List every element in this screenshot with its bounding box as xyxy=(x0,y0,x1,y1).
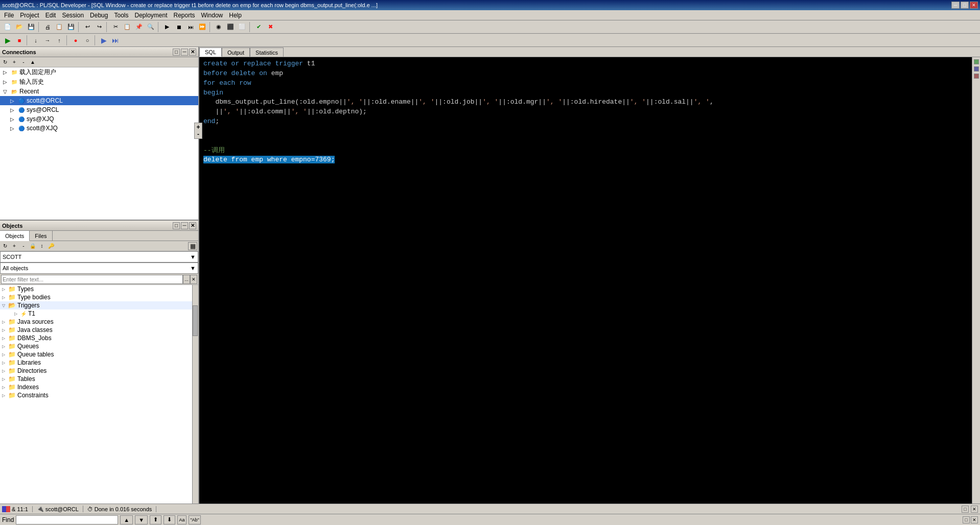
menu-debug[interactable]: Debug xyxy=(87,11,111,20)
tab-files[interactable]: Files xyxy=(30,231,52,241)
find-up-btn[interactable]: ⬆ xyxy=(150,515,161,524)
zoom-plus[interactable]: + xyxy=(195,124,201,130)
redo-button[interactable]: ↪ xyxy=(94,21,105,33)
obj-tables[interactable]: ▷ 📁 Tables xyxy=(0,375,192,383)
conn-float-btn[interactable]: □ xyxy=(173,49,180,56)
undo-button[interactable]: ↩ xyxy=(82,21,93,33)
tb5[interactable]: ▶ xyxy=(161,21,173,33)
tree-sys-xjq[interactable]: ▷ 🔵 sys@XJQ xyxy=(0,114,198,124)
obj-lock[interactable]: 🔒 xyxy=(29,242,37,250)
tab-sql[interactable]: SQL xyxy=(199,47,222,57)
open-button[interactable]: 📂 xyxy=(14,21,25,33)
step-over[interactable]: → xyxy=(42,35,53,46)
commit-button[interactable]: ✔ xyxy=(253,21,264,33)
scrollbar-thumb[interactable] xyxy=(193,305,198,336)
save-button[interactable]: 💾 xyxy=(26,21,37,33)
tree-recent[interactable]: ▽ 📂 Recent xyxy=(0,87,198,96)
tree-import-history[interactable]: ▷ 📁 输入历史 xyxy=(0,77,198,87)
menu-edit[interactable]: Edit xyxy=(42,11,59,20)
status-float-btn[interactable]: □ xyxy=(962,506,969,513)
obj-triggers[interactable]: ▽ 📂 Triggers xyxy=(0,301,192,309)
execute-all[interactable]: ⏭ xyxy=(110,35,121,46)
obj-java-classes[interactable]: ▷ 📁 Java classes xyxy=(0,326,192,334)
obj-grid-btn[interactable]: ▦ xyxy=(188,242,197,250)
run-button[interactable]: ▶ xyxy=(2,35,13,46)
obj-refresh[interactable]: ↻ xyxy=(1,242,9,250)
paste-button[interactable]: 📌 xyxy=(133,21,145,33)
tb8[interactable]: ⏩ xyxy=(197,21,208,33)
breakpoint-btn[interactable]: ● xyxy=(70,35,81,46)
menu-session[interactable]: Session xyxy=(59,11,87,20)
obj-types[interactable]: ▷ 📁 Types xyxy=(0,285,192,293)
tb11[interactable]: ⬜ xyxy=(237,21,248,33)
tree-sys-orcl[interactable]: ▷ 🔵 sys@ORCL xyxy=(0,105,198,114)
find-float-btn[interactable]: □ xyxy=(963,516,970,523)
tb10[interactable]: ⬛ xyxy=(225,21,236,33)
menu-file[interactable]: File xyxy=(1,11,17,20)
obj-constraints[interactable]: ▷ 📁 Constraints xyxy=(0,391,192,399)
conn-up[interactable]: ▲ xyxy=(29,58,37,66)
find-next-btn[interactable]: ▼ xyxy=(135,515,148,524)
filter-options-btn[interactable]: ... xyxy=(183,275,190,284)
filter-clear-btn[interactable]: ✕ xyxy=(190,275,197,284)
objects-scrollbar[interactable] xyxy=(192,285,198,504)
find-options-btn[interactable]: Aa xyxy=(177,515,186,524)
tb7[interactable]: ⏭ xyxy=(185,21,196,33)
obj-libraries[interactable]: ▷ 📁 Libraries xyxy=(0,359,192,367)
obj-t1[interactable]: ▷ ⚡ T1 xyxy=(0,309,192,318)
save2-button[interactable]: 💾 xyxy=(65,21,77,33)
rollback-button[interactable]: ✖ xyxy=(265,21,276,33)
tab-statistics[interactable]: Statistics xyxy=(250,47,284,57)
menu-tools[interactable]: Tools xyxy=(111,11,131,20)
print2-button[interactable]: 📋 xyxy=(54,21,65,33)
find-prev-btn[interactable]: ▲ xyxy=(120,515,133,524)
conn-add[interactable]: + xyxy=(10,58,18,66)
new-button[interactable]: 📄 xyxy=(2,21,13,33)
menu-project[interactable]: Project xyxy=(17,11,42,20)
tb9[interactable]: ◉ xyxy=(213,21,224,33)
obj-queue-tables[interactable]: ▷ 📁 Queue tables xyxy=(0,350,192,359)
obj-indexes[interactable]: ▷ 📁 Indexes xyxy=(0,383,192,391)
minimize-button[interactable]: ─ xyxy=(951,2,960,9)
copy-button[interactable]: 📋 xyxy=(122,21,133,33)
menu-deployment[interactable]: Deployment xyxy=(131,11,170,20)
menu-window[interactable]: Window xyxy=(198,11,226,20)
find-whole-word-btn[interactable]: "Ab" xyxy=(189,515,201,524)
obj-grant[interactable]: 🔑 xyxy=(47,242,55,250)
obj-float-btn[interactable]: □ xyxy=(173,222,180,229)
restore-button[interactable]: □ xyxy=(961,2,969,9)
schema-selector[interactable]: SCOTT ▼ xyxy=(0,251,198,262)
find-input[interactable] xyxy=(16,515,118,524)
print-button[interactable]: 🖨 xyxy=(42,21,53,33)
obj-close-btn[interactable]: ✕ xyxy=(189,222,196,229)
tab-output[interactable]: Output xyxy=(222,47,250,57)
obj-remove[interactable]: - xyxy=(19,242,28,250)
stop-button[interactable]: ■ xyxy=(14,35,25,46)
tree-scott-orcl[interactable]: ▷ 🔵 scott@ORCL xyxy=(0,96,198,105)
zoom-minus[interactable]: - xyxy=(195,131,201,137)
close-button[interactable]: ✕ xyxy=(970,2,978,9)
conn-min-btn[interactable]: ─ xyxy=(181,49,188,56)
sql-editor[interactable]: create or replace trigger t1 before dele… xyxy=(199,57,972,504)
status-close-btn[interactable]: ✕ xyxy=(971,506,978,513)
execute-sql[interactable]: ▶ xyxy=(98,35,109,46)
obj-dbms-jobs[interactable]: ▷ 📁 DBMS_Jobs xyxy=(0,334,192,342)
tree-scott-xjq[interactable]: ▷ 🔵 scott@XJQ xyxy=(0,124,198,133)
step-into[interactable]: ↓ xyxy=(30,35,41,46)
obj-min-btn[interactable]: ─ xyxy=(181,222,188,229)
cut-button[interactable]: ✂ xyxy=(110,21,121,33)
find-down-btn[interactable]: ⬇ xyxy=(164,515,175,524)
clear-break[interactable]: ○ xyxy=(82,35,93,46)
obj-add[interactable]: + xyxy=(10,242,18,250)
tab-objects[interactable]: Objects xyxy=(0,231,30,241)
tb6[interactable]: ⏹ xyxy=(173,21,184,33)
obj-directories[interactable]: ▷ 📁 Directories xyxy=(0,367,192,375)
obj-java-sources[interactable]: ▷ 📁 Java sources xyxy=(0,318,192,326)
find-close-btn[interactable]: ✕ xyxy=(971,516,978,523)
conn-refresh[interactable]: ↻ xyxy=(1,58,9,66)
menu-reports[interactable]: Reports xyxy=(171,11,198,20)
tree-import-fixed[interactable]: ▷ 📁 载入固定用户 xyxy=(0,67,198,77)
obj-type-bodies[interactable]: ▷ 📁 Type bodies xyxy=(0,293,192,301)
obj-sort[interactable]: ↕ xyxy=(38,242,46,250)
step-out[interactable]: ↑ xyxy=(54,35,65,46)
